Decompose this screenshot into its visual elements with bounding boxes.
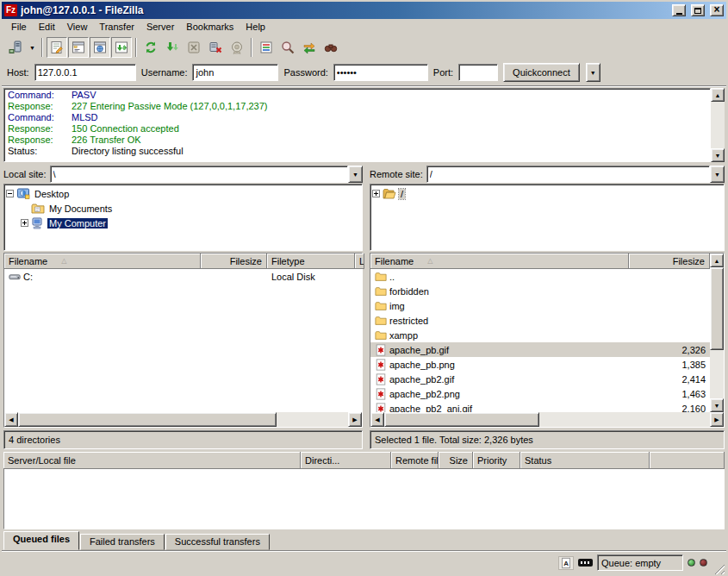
list-item-parent-dir[interactable]: .. xyxy=(370,269,710,284)
host-input[interactable] xyxy=(34,64,136,81)
column-header-size[interactable]: Size xyxy=(439,452,473,469)
scroll-up-icon[interactable]: ▲ xyxy=(710,254,724,267)
toggle-local-tree-button[interactable] xyxy=(68,37,89,58)
scroll-right-icon[interactable]: ▶ xyxy=(710,412,724,427)
cancel-operation-icon xyxy=(186,40,202,55)
abort-button[interactable] xyxy=(227,37,247,58)
list-item-file[interactable]: apache_pb2.png 1,463 xyxy=(370,386,710,401)
compare-directories-button[interactable] xyxy=(277,37,298,58)
remote-horizontal-scrollbar[interactable]: ◀ ▶ xyxy=(370,412,724,427)
image-file-icon xyxy=(375,373,387,385)
quickconnect-dropdown[interactable]: ▼ xyxy=(586,63,600,82)
chevron-down-icon[interactable]: ▼ xyxy=(710,166,725,183)
site-manager-dropdown[interactable]: ▼ xyxy=(27,38,38,57)
tree-item-desktop[interactable]: Desktop xyxy=(6,186,360,201)
remote-vertical-scrollbar[interactable]: ▲ ▼ xyxy=(710,254,724,412)
toggle-remote-tree-button[interactable] xyxy=(90,37,110,58)
toggle-local-tree-icon xyxy=(71,40,86,55)
resize-grip[interactable] xyxy=(712,561,725,574)
column-header-server-local-file[interactable]: Server/Local file xyxy=(3,452,301,469)
column-header-filetype[interactable]: Filetype xyxy=(267,254,355,269)
column-header-filesize[interactable]: Filesize xyxy=(201,254,267,269)
site-manager-button[interactable] xyxy=(5,37,26,58)
tab-queued-files[interactable]: Queued files xyxy=(3,531,79,550)
menu-transfer[interactable]: Transfer xyxy=(93,20,140,34)
find-files-button[interactable] xyxy=(320,37,341,58)
quickconnect-button[interactable]: Quickconnect xyxy=(503,63,580,82)
toolbar-separator xyxy=(41,38,43,57)
menu-file[interactable]: File xyxy=(5,20,33,34)
tree-item-my-computer[interactable]: My Computer xyxy=(6,216,360,230)
list-item-file-selected[interactable]: apache_pb.gif 2,326 xyxy=(370,342,710,357)
list-item-folder[interactable]: img xyxy=(370,298,710,313)
menu-bookmarks[interactable]: Bookmarks xyxy=(180,20,240,34)
log-scrollbar[interactable]: ▲ ▼ xyxy=(711,88,725,162)
tree-item-label[interactable]: Desktop xyxy=(33,189,71,199)
chevron-down-icon[interactable]: ▼ xyxy=(348,166,363,183)
ascii-transfer-mode-icon[interactable]: A xyxy=(558,556,574,570)
close-button[interactable]: × xyxy=(710,4,724,16)
refresh-button[interactable] xyxy=(140,37,161,58)
column-header-filename[interactable]: Filename xyxy=(370,254,629,269)
local-horizontal-scrollbar[interactable]: ◀ ▶ xyxy=(4,412,362,427)
list-item-file[interactable]: apache_pb2_ani.gif 2,160 xyxy=(370,401,710,412)
expand-icon[interactable] xyxy=(372,190,380,197)
synchronized-browsing-button[interactable] xyxy=(299,37,320,58)
local-site-input[interactable] xyxy=(50,166,348,183)
column-header-priority[interactable]: Priority xyxy=(473,452,520,469)
scroll-up-icon[interactable]: ▲ xyxy=(711,88,725,102)
queue-body[interactable] xyxy=(3,469,725,529)
list-item-folder[interactable]: forbidden xyxy=(370,284,710,298)
scroll-right-icon[interactable]: ▶ xyxy=(348,412,362,427)
list-item-file[interactable]: apache_pb.png 1,385 xyxy=(370,357,710,372)
minimize-icon xyxy=(676,13,682,15)
list-item-c-drive[interactable]: C: Local Disk xyxy=(4,269,362,284)
password-input[interactable] xyxy=(333,64,428,81)
tree-item-root[interactable]: / xyxy=(372,186,722,201)
column-header-filesize[interactable]: Filesize xyxy=(629,254,710,269)
toggle-queue-button[interactable] xyxy=(111,37,132,58)
menu-server[interactable]: Server xyxy=(140,20,180,34)
column-header-last-modified[interactable]: L xyxy=(355,254,364,269)
expand-icon[interactable] xyxy=(21,219,28,227)
column-header-direction[interactable]: Directi... xyxy=(301,452,391,469)
filter-button[interactable] xyxy=(256,37,277,58)
toggle-message-log-button[interactable] xyxy=(47,37,67,58)
tab-successful-transfers[interactable]: Successful transfers xyxy=(165,534,270,550)
menu-edit[interactable]: Edit xyxy=(33,20,61,34)
tree-item-my-documents[interactable]: My Documents xyxy=(6,201,360,216)
file-size: 2,326 xyxy=(629,345,710,355)
disconnect-button[interactable] xyxy=(205,37,226,58)
remote-site-combo[interactable]: ▼ xyxy=(426,166,725,183)
collapse-icon[interactable] xyxy=(6,190,14,197)
menu-view[interactable]: View xyxy=(61,20,94,34)
port-input[interactable] xyxy=(458,64,498,81)
column-header-remote-file[interactable]: Remote file xyxy=(391,452,439,469)
username-input[interactable] xyxy=(192,64,278,81)
menu-help[interactable]: Help xyxy=(240,20,271,34)
scroll-left-icon[interactable]: ◀ xyxy=(4,412,18,427)
log-line: Response:227 Entering Passive Mode (127,… xyxy=(4,101,710,112)
column-header-status[interactable]: Status xyxy=(520,452,650,469)
scroll-down-icon[interactable]: ▼ xyxy=(711,148,725,162)
local-list-body: C: Local Disk xyxy=(4,269,362,412)
local-site-row: Local site: ▼ xyxy=(2,166,364,183)
cancel-operation-button[interactable] xyxy=(184,37,204,58)
local-site-combo[interactable]: ▼ xyxy=(50,166,363,183)
tree-item-label[interactable]: My Documents xyxy=(47,203,114,214)
column-header-filename[interactable]: Filename xyxy=(4,254,201,269)
tab-failed-transfers[interactable]: Failed transfers xyxy=(80,534,165,550)
process-queue-button[interactable] xyxy=(162,37,183,58)
list-item-file[interactable]: apache_pb2.gif 2,414 xyxy=(370,372,710,386)
minimize-button[interactable] xyxy=(672,4,686,16)
tree-item-label-selected[interactable]: My Computer xyxy=(47,218,108,229)
maximize-button[interactable] xyxy=(691,4,705,16)
tree-item-label[interactable]: / xyxy=(399,189,405,199)
list-item-folder[interactable]: xampp xyxy=(370,328,710,342)
queue-header: Server/Local file Directi... Remote file… xyxy=(3,452,725,469)
scroll-left-icon[interactable]: ◀ xyxy=(370,412,384,427)
remote-site-input[interactable] xyxy=(426,166,710,183)
scroll-down-icon[interactable]: ▼ xyxy=(710,398,724,412)
speed-limit-icon[interactable] xyxy=(578,559,593,567)
list-item-folder[interactable]: restricted xyxy=(370,313,710,328)
